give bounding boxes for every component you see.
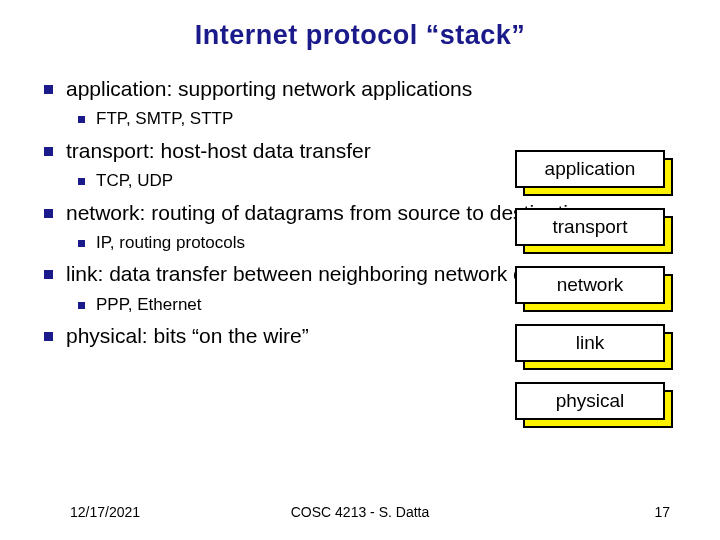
bullet-term: link: xyxy=(66,262,103,285)
slide: Internet protocol “stack” application: s… xyxy=(0,0,720,540)
inner-list: FTP, SMTP, STTP xyxy=(66,106,680,132)
bullet-desc: supporting network applications xyxy=(172,77,472,100)
footer-course: COSC 4213 - S. Datta xyxy=(291,504,430,520)
bullet-application: application: supporting network applicat… xyxy=(40,76,680,132)
footer-date: 12/17/2021 xyxy=(70,504,140,520)
layer-application: application xyxy=(515,150,675,196)
layer-transport: transport xyxy=(515,208,675,254)
layer-link: link xyxy=(515,324,675,370)
layer-physical: physical xyxy=(515,382,675,428)
bullet-desc: bits “on the wire” xyxy=(148,324,309,347)
layer-box: link xyxy=(515,324,665,362)
footer-page: 17 xyxy=(654,504,670,520)
footer: 12/17/2021 COSC 4213 - S. Datta 17 xyxy=(0,504,720,520)
bullet-term: physical: xyxy=(66,324,148,347)
bullet-desc: host-host data transfer xyxy=(155,139,371,162)
layer-box: physical xyxy=(515,382,665,420)
sub-bullet: FTP, SMTP, STTP xyxy=(66,106,680,132)
bullet-term: network: xyxy=(66,201,145,224)
layer-box: transport xyxy=(515,208,665,246)
layer-box: network xyxy=(515,266,665,304)
bullet-term: application: xyxy=(66,77,172,100)
bullet-term: transport: xyxy=(66,139,155,162)
slide-title: Internet protocol “stack” xyxy=(40,20,680,51)
protocol-stack-diagram: application transport network link physi… xyxy=(515,150,675,440)
layer-box: application xyxy=(515,150,665,188)
layer-network: network xyxy=(515,266,675,312)
